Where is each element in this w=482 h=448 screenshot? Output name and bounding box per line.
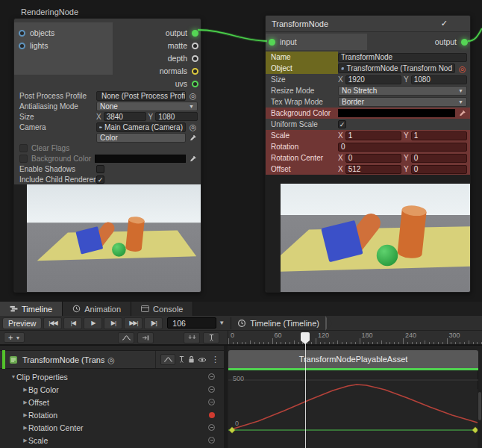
frame-navigate-button[interactable] [137,332,154,343]
capture-keyframes-button[interactable] [184,332,200,343]
object-picker-icon[interactable]: ◎ [188,122,198,131]
play-range-button[interactable]: [▶] [144,317,163,329]
node-graph-canvas[interactable]: RenderingNode objects lights output [0,0,482,302]
lock-icon[interactable] [188,355,195,364]
property-row-rotation-center[interactable]: ▶ Rotation Center [0,421,224,434]
track-menu-icon[interactable]: ⋮ [210,355,221,364]
eyedropper-icon[interactable] [188,134,198,142]
scrollbar-thumb[interactable] [478,392,481,420]
normals-port[interactable] [192,68,198,75]
timeline-breadcrumb[interactable]: Timeline (Timeline) [237,319,319,328]
next-frame-button[interactable]: ▶| [104,317,122,329]
curve-editor[interactable]: 500 0 [228,370,478,448]
node-enabled-checkbox[interactable]: ✓ [441,19,448,28]
transform-node-track[interactable]: TransformNode (Trans ◎ ⋮ [0,350,224,369]
clear-color-dropdown[interactable]: Color [96,133,186,143]
track-binding-picker-icon[interactable]: ◎ [106,355,116,364]
property-row-rotation[interactable]: ▶ Rotation [0,408,224,421]
foldout-closed-icon[interactable]: ▶ [22,438,28,444]
timeline-ruler[interactable]: 060120180240300 [228,331,482,344]
clear-flags-override-checkbox[interactable] [19,144,28,152]
go-to-end-button[interactable]: ▶▶| [124,317,143,329]
offset-y-field[interactable]: 0 [411,165,467,174]
wire-output-to-input[interactable] [198,30,267,41]
tab-timeline-label: Timeline [22,305,52,314]
transform-node-title: TransformNode [272,19,328,28]
property-row-scale[interactable]: ▶ Scale [0,434,224,447]
current-frame-field[interactable]: 106 [167,317,216,329]
tab-animation[interactable]: Animation [63,302,131,316]
curve-visibility-icon[interactable] [208,386,215,393]
depth-port[interactable] [192,55,198,62]
rotation-center-x-field[interactable]: 0 [345,154,401,163]
object-picker-icon[interactable]: ◎ [188,91,198,100]
matte-port[interactable] [192,43,198,49]
curve-visibility-icon[interactable] [208,424,215,431]
offset-x-field[interactable]: 512 [345,165,401,174]
size-x-field[interactable]: 3840 [104,112,146,121]
tab-timeline[interactable]: Timeline [0,302,63,316]
foldout-closed-icon[interactable]: ▶ [22,425,28,431]
rotation-curve[interactable] [231,385,478,429]
play-button[interactable]: ▶ [84,317,102,329]
transform-node[interactable]: TransformNode ✓ input output [265,15,471,293]
clip-properties-foldout[interactable]: ▼ Clip Properties [0,370,224,383]
antialiasing-dropdown[interactable]: None ▼ [96,102,198,111]
rendering-node[interactable]: RenderingNode objects lights output [13,6,201,293]
object-field[interactable]: TransformNode (Transform Nod [338,63,455,73]
inline-curves-toggle[interactable] [160,354,175,365]
animation-curves[interactable] [228,370,478,448]
uniform-scale-checkbox[interactable]: ✓ [338,120,346,128]
property-row-bg-color[interactable]: ▶ Bg Color [0,383,224,396]
rotation-field[interactable]: 0 [338,143,467,152]
foldout-closed-icon[interactable]: ▶ [22,387,28,393]
playhead-handle[interactable] [301,332,310,340]
marker-toggle-button[interactable] [203,332,219,343]
animated-property-indicator[interactable] [209,412,215,418]
curve-visibility-icon[interactable] [208,373,215,380]
uvs-port[interactable] [192,81,198,87]
enable-shadows-checkbox[interactable] [96,165,104,173]
foldout-closed-icon[interactable]: ▶ [22,412,28,418]
include-child-renderers-checkbox[interactable]: ✓ [96,175,104,184]
scale-y-field[interactable]: 1 [411,131,467,140]
output-port[interactable] [461,39,468,46]
go-to-start-button[interactable]: |◀◀ [43,317,62,329]
size-x-field[interactable]: 1920 [345,75,401,84]
post-process-profile-field[interactable]: None (Post Process Profile) [96,91,186,101]
curve-visibility-icon[interactable] [208,399,215,405]
timeline-clip[interactable]: TransformNodePlayableAsset [228,350,478,368]
scale-x-field[interactable]: 1 [345,131,401,140]
camera-field[interactable]: Main Camera (Camera) [96,122,186,132]
pin-icon[interactable] [178,355,185,364]
foldout-open-icon[interactable]: ▼ [10,374,16,379]
size-y-field[interactable]: 1080 [411,75,467,84]
tex-wrap-mode-dropdown[interactable]: Border ▼ [338,97,467,107]
playhead-line[interactable] [305,341,306,448]
output-port[interactable] [192,30,198,37]
rotation-center-y-field[interactable]: 0 [411,154,467,163]
lights-port[interactable] [19,43,25,49]
property-row-offset[interactable]: ▶ Offset [0,396,224,408]
name-field[interactable]: TransformNode [338,53,467,62]
eye-icon[interactable] [198,357,207,363]
objects-port[interactable] [19,30,25,37]
input-port[interactable] [269,39,275,46]
tab-console[interactable]: Console [131,302,193,316]
frame-options-dropdown-icon[interactable]: ▼ [219,320,225,326]
add-track-button[interactable]: + ▼ [4,332,25,343]
eyedropper-icon[interactable] [457,109,467,117]
background-color-override-checkbox[interactable] [19,155,28,163]
previous-frame-button[interactable]: |◀ [63,317,82,329]
curves-view-toggle[interactable] [118,332,134,343]
size-y-field[interactable]: 1080 [155,112,198,121]
object-picker-icon-active[interactable]: ◎ [457,64,467,73]
foldout-closed-icon[interactable]: ▶ [22,399,28,405]
eyedropper-icon[interactable] [188,155,198,163]
background-color-swatch[interactable] [95,155,186,163]
background-color-swatch[interactable] [338,109,455,117]
curve-visibility-icon[interactable] [208,437,215,444]
vertical-scrollbar[interactable] [478,389,482,448]
preview-toggle-button[interactable]: Preview [2,317,42,329]
resize-mode-dropdown[interactable]: No Stretch ▼ [338,86,467,96]
